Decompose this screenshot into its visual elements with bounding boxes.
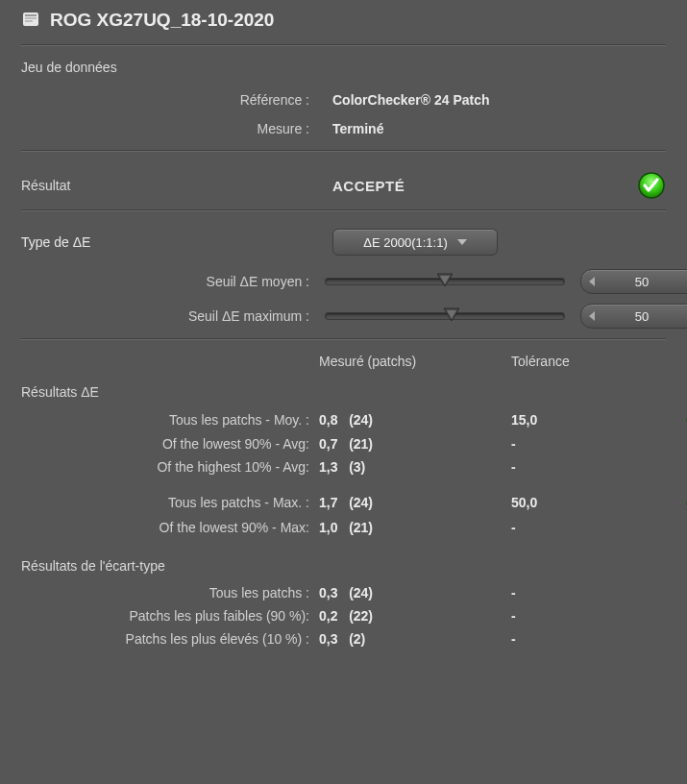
row-measured: 0,8 (24)	[319, 412, 502, 428]
row-measured: 0,7 (21)	[319, 436, 502, 452]
stddev-results-heading: Résultats de l'écart-type	[21, 558, 666, 574]
row-label: Tous les patchs - Max. :	[21, 495, 309, 510]
row-tolerance: -	[511, 459, 655, 475]
svg-rect-2	[25, 17, 37, 19]
svg-rect-3	[25, 20, 33, 22]
row-measured: 0,3 (24)	[319, 585, 502, 600]
row-status	[665, 411, 687, 429]
table-row: Tous les patchs - Max. :1,7 (24)50,0	[21, 494, 666, 511]
svg-rect-1	[25, 14, 37, 16]
deltaE-type-label: Type de ΔE	[21, 234, 309, 250]
avg-threshold-stepper[interactable]: 50	[580, 269, 687, 294]
row-tolerance: 15,0	[511, 412, 655, 428]
table-row: Patchs les plus faibles (90 %):0,2 (22)-…	[21, 608, 666, 624]
avg-threshold-value: 50	[635, 275, 649, 289]
row-measured: 1,0 (21)	[319, 520, 502, 535]
chevron-down-icon	[457, 239, 467, 245]
dataset-heading: Jeu de données	[21, 60, 666, 75]
reference-value: ColorChecker® 24 Patch	[332, 92, 666, 108]
arrow-left-icon[interactable]	[589, 311, 595, 321]
max-threshold-slider[interactable]	[325, 312, 565, 320]
notebook-icon	[21, 10, 42, 31]
table-row: Of the highest 10% - Avg:1,3 (3)--	[21, 459, 666, 475]
measured-header: Mesuré (patchs)	[319, 354, 502, 369]
deltaE-type-value: ΔE 2000(1:1:1)	[363, 235, 447, 250]
tolerance-header: Tolérance	[511, 354, 655, 369]
row-label: Patchs les plus élevés (10 %) :	[21, 631, 309, 647]
table-row: Tous les patchs - Moy. :0,8 (24)15,0	[21, 411, 666, 429]
table-row: Patchs les plus élevés (10 %) :0,3 (2)--	[21, 631, 666, 647]
table-row: Of the lowest 90% - Max:1,0 (21)--	[21, 520, 666, 535]
results-table: Mesuré (patchs) Tolérance Résultats ΔE T…	[21, 354, 666, 647]
row-status: -	[665, 585, 687, 600]
divider	[21, 338, 666, 340]
row-tolerance: -	[511, 585, 655, 600]
row-status: -	[665, 631, 687, 647]
max-threshold-stepper[interactable]: 50	[580, 304, 687, 329]
avg-threshold-label: Seuil ΔE moyen :	[21, 274, 309, 289]
deltaE-results-heading: Résultats ΔE	[21, 384, 666, 400]
table-row: Of the lowest 90% - Avg:0,7 (21)--	[21, 436, 666, 452]
measure-value: Terminé	[332, 121, 666, 136]
row-label: Of the highest 10% - Avg:	[21, 459, 309, 475]
table-row: Tous les patchs :0,3 (24)--	[21, 585, 666, 600]
arrow-left-icon[interactable]	[589, 277, 595, 286]
title-bar: ROG XG27UQ_18-10-2020	[21, 8, 666, 40]
row-tolerance: -	[511, 520, 655, 535]
divider	[21, 209, 666, 211]
avg-threshold-slider[interactable]	[325, 278, 565, 285]
row-label: Of the lowest 90% - Max:	[21, 520, 309, 535]
slider-thumb-icon[interactable]	[444, 306, 459, 322]
row-status: -	[665, 436, 687, 452]
row-status	[665, 494, 687, 511]
max-threshold-value: 50	[635, 309, 649, 324]
row-status: -	[665, 608, 687, 624]
row-measured: 0,2 (22)	[319, 608, 502, 624]
page-title: ROG XG27UQ_18-10-2020	[50, 10, 274, 31]
row-label: Patchs les plus faibles (90 %):	[21, 608, 309, 624]
row-label: Tous les patchs - Moy. :	[21, 412, 309, 428]
reference-label: Référence :	[21, 92, 309, 108]
row-status: -	[665, 459, 687, 475]
divider	[21, 150, 666, 152]
result-value: ACCEPTÉ	[332, 178, 601, 194]
deltaE-type-dropdown[interactable]: ΔE 2000(1:1:1)	[332, 229, 498, 256]
row-label: Of the lowest 90% - Avg:	[21, 436, 309, 452]
row-status: -	[665, 520, 687, 535]
row-measured: 1,7 (24)	[319, 495, 502, 510]
row-tolerance: -	[511, 608, 655, 624]
checkmark-icon	[637, 171, 666, 200]
result-label: Résultat	[21, 178, 309, 193]
row-label: Tous les patchs :	[21, 585, 309, 600]
measure-label: Mesure :	[21, 121, 309, 136]
row-tolerance: -	[511, 631, 655, 647]
divider	[21, 44, 666, 46]
row-measured: 0,3 (2)	[319, 631, 502, 647]
row-tolerance: 50,0	[511, 495, 655, 510]
slider-thumb-icon[interactable]	[437, 272, 453, 287]
row-tolerance: -	[511, 436, 655, 452]
max-threshold-label: Seuil ΔE maximum :	[21, 308, 309, 324]
row-measured: 1,3 (3)	[319, 459, 502, 475]
